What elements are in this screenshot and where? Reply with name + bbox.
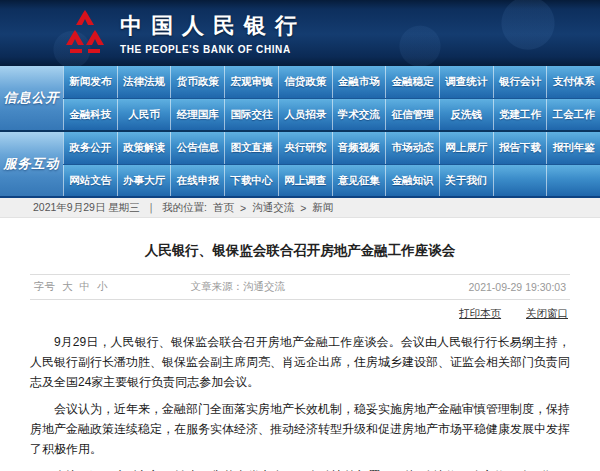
- logo-wrap: 中国人民银行 THE PEOPLE'S BANK OF CHINA: [64, 9, 306, 57]
- font-size-medium-button[interactable]: 中: [80, 280, 91, 294]
- nav-row: 政务公开 政策解读 公告信息 图文直播 央行研究 音频视频 市场动态 网上展厅 …: [63, 132, 600, 164]
- nav-item[interactable]: 货币政策: [170, 66, 224, 98]
- breadcrumb-arrow-icon: >: [300, 202, 306, 214]
- nav-item[interactable]: 银行会计: [493, 66, 547, 98]
- nav-block-info: 信息公开 新闻发布 法律法规 货币政策 宏观审慎 信贷政策 金融市场 金融稳定 …: [0, 66, 600, 130]
- nav-item[interactable]: 金融稳定: [385, 66, 439, 98]
- article-datetime: 2021-09-29 19:30:03: [410, 281, 566, 293]
- nav-item[interactable]: 金融市场: [332, 66, 386, 98]
- nav-block-service: 服务互动 政务公开 政策解读 公告信息 图文直播 央行研究 音频视频 市场动态 …: [0, 130, 600, 196]
- article-paragraph: 9月29日，人民银行、银保监会联合召开房地产金融工作座谈会。会议由人民银行行长易…: [30, 332, 570, 392]
- article-meta-row: 字号 大 中 小 文章来源：沟通交流 2021-09-29 19:30:03: [30, 274, 570, 300]
- breadcrumb: 2021年9月29日 星期三 ｜ 我的位置: 首页 > 沟通交流 > 新闻: [0, 198, 600, 218]
- breadcrumb-separator: ｜: [146, 201, 156, 215]
- nav-item[interactable]: 意见征集: [332, 165, 386, 196]
- print-page-link[interactable]: 打印本页: [459, 307, 501, 319]
- article-body: 9月29日，人民银行、银保监会联合召开房地产金融工作座谈会。会议由人民银行行长易…: [30, 332, 570, 471]
- article-content: 人民银行、银保监会联合召开房地产金融工作座谈会 字号 大 中 小 文章来源：沟通…: [0, 218, 600, 471]
- nav-item[interactable]: 国际交往: [224, 99, 278, 130]
- bank-name-en: THE PEOPLE'S BANK OF CHINA: [120, 44, 306, 55]
- font-size-label: 字号: [34, 280, 55, 294]
- nav-item[interactable]: 下载中心: [224, 165, 278, 196]
- nav-item[interactable]: 调查统计: [439, 66, 493, 98]
- breadcrumb-link-xinwen[interactable]: 新闻: [312, 201, 333, 215]
- nav-item[interactable]: 在线申报: [170, 165, 224, 196]
- nav-tab-xinxigongkai[interactable]: 信息公开: [0, 66, 63, 130]
- nav-item[interactable]: 网上调查: [278, 165, 332, 196]
- site-header: 中国人民银行 THE PEOPLE'S BANK OF CHINA: [0, 0, 600, 66]
- nav-item[interactable]: 支付体系: [546, 66, 600, 98]
- font-size-large-button[interactable]: 大: [62, 280, 73, 294]
- page-title: 人民银行、银保监会联合召开房地产金融工作座谈会: [30, 218, 570, 274]
- nav-item[interactable]: 办事大厅: [117, 165, 171, 196]
- current-date: 2021年9月29日 星期三: [33, 201, 140, 215]
- font-size-small-button[interactable]: 小: [97, 280, 108, 294]
- nav-item-filler: [546, 165, 600, 196]
- nav-item[interactable]: 央行研究: [278, 132, 332, 164]
- nav-item[interactable]: 宏观审慎: [224, 66, 278, 98]
- close-window-link[interactable]: 关闭窗口: [526, 307, 568, 319]
- breadcrumb-arrow-icon: >: [240, 202, 246, 214]
- nav-item[interactable]: 政策解读: [117, 132, 171, 164]
- nav-item[interactable]: 金融知识: [385, 165, 439, 196]
- nav-item[interactable]: 反洗钱: [439, 99, 493, 130]
- nav-item[interactable]: 公告信息: [170, 132, 224, 164]
- nav-item[interactable]: 关于我们: [439, 165, 493, 196]
- nav-item[interactable]: 人员招录: [278, 99, 332, 130]
- nav-row: 金融科技 人民币 经理国库 国际交往 人员招录 学术交流 征信管理 反洗钱 党建…: [63, 98, 600, 130]
- nav-item[interactable]: 法律法规: [117, 66, 171, 98]
- nav-item[interactable]: 金融科技: [63, 99, 117, 130]
- nav-tab-fuwuhudong[interactable]: 服务互动: [0, 132, 63, 196]
- nav-item[interactable]: 网站文告: [63, 165, 117, 196]
- nav-item[interactable]: 工会工作: [546, 99, 600, 130]
- breadcrumb-home-link[interactable]: 首页: [213, 201, 234, 215]
- nav-item[interactable]: 征信管理: [385, 99, 439, 130]
- nav-item[interactable]: 党建工作: [493, 99, 547, 130]
- nav-item[interactable]: 人民币: [117, 99, 171, 130]
- nav-item[interactable]: 报告下载: [493, 132, 547, 164]
- article-actions-top: 打印本页 关闭窗口: [30, 300, 570, 325]
- nav-row: 网站文告 办事大厅 在线申报 下载中心 网上调查 意见征集 金融知识 关于我们: [63, 164, 600, 196]
- pboc-logo-icon: [64, 9, 106, 57]
- nav-item-filler: [493, 165, 547, 196]
- nav-row: 新闻发布 法律法规 货币政策 宏观审慎 信贷政策 金融市场 金融稳定 调查统计 …: [63, 66, 600, 98]
- nav-item[interactable]: 新闻发布: [63, 66, 117, 98]
- nav-item[interactable]: 报刊年鉴: [546, 132, 600, 164]
- nav-item[interactable]: 市场动态: [385, 132, 439, 164]
- breadcrumb-link-goutongjiaoliu[interactable]: 沟通交流: [252, 201, 294, 215]
- article-paragraph: 会议强调，金融部门要认真贯彻落实党中央、国务院决策部署，围绕“稳地价、稳房价、稳…: [30, 466, 570, 471]
- nav-item[interactable]: 经理国库: [170, 99, 224, 130]
- nav-item[interactable]: 政务公开: [63, 132, 117, 164]
- nav-item[interactable]: 学术交流: [332, 99, 386, 130]
- nav-item[interactable]: 音频视频: [332, 132, 386, 164]
- nav-item[interactable]: 信贷政策: [278, 66, 332, 98]
- article-source: 文章来源：沟通交流: [190, 280, 409, 294]
- location-label: 我的位置:: [162, 201, 207, 215]
- article-paragraph: 会议认为，近年来，金融部门全面落实房地产长效机制，稳妥实施房地产金融审慎管理制度…: [30, 399, 570, 459]
- nav-item[interactable]: 图文直播: [224, 132, 278, 164]
- nav-item[interactable]: 网上展厅: [439, 132, 493, 164]
- bank-name-cn: 中国人民银行: [120, 11, 306, 41]
- main-nav: 信息公开 新闻发布 法律法规 货币政策 宏观审慎 信贷政策 金融市场 金融稳定 …: [0, 66, 600, 198]
